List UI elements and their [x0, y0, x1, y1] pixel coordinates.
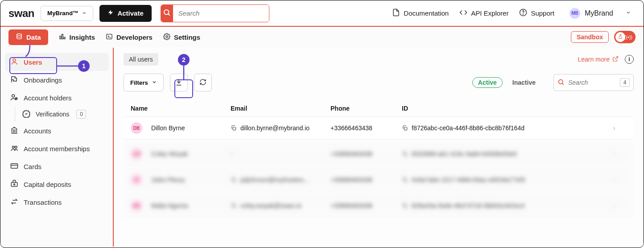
support-link[interactable]: Support: [519, 8, 554, 18]
terminal-icon: [106, 33, 113, 41]
brand-selector[interactable]: MyBrand™: [41, 6, 93, 21]
sidebar-item-label: Transactions: [24, 198, 62, 206]
cell-id: 828a43a-5ede-46cf-97c8-3b843c442ec4: [412, 202, 524, 209]
tab-developers-label: Developers: [116, 33, 153, 41]
svg-point-22: [559, 79, 563, 83]
global-search-button[interactable]: [161, 5, 173, 22]
table-header: Name Email Phone ID: [124, 100, 634, 116]
result-count: 4: [620, 78, 630, 87]
code-icon: [459, 8, 467, 18]
logo: swan: [8, 7, 34, 20]
filters-button[interactable]: Filters: [124, 74, 164, 91]
sidebar-item-accounts[interactable]: Accounts: [5, 122, 109, 140]
svg-point-4: [523, 14, 524, 14]
learn-more-link[interactable]: Learn more: [578, 56, 619, 63]
svg-line-23: [562, 83, 564, 85]
data-icon: [16, 33, 23, 41]
chevron-right-icon: ›: [613, 202, 627, 209]
verification-icon: [22, 110, 30, 119]
copy-icon[interactable]: [402, 151, 408, 157]
sidebar-item-label: Account memberships: [24, 145, 90, 153]
card-icon: [10, 162, 18, 171]
sidebar-item-label: Accounts: [24, 127, 51, 135]
table-row[interactable]: DB Dillon Byrne dillon.byrne@mybrand.io …: [124, 116, 634, 140]
filters-label: Filters: [130, 79, 148, 86]
environment-toggle[interactable]: ((•)): [614, 31, 636, 43]
svg-rect-29: [233, 205, 235, 207]
cell-id: 0c8a7abe-1517-4984-83ac-e9034a77ef3: [412, 176, 525, 183]
table-row[interactable]: CWColey Woyak - +33666463438 8320689-ab1…: [124, 142, 634, 165]
profile-menu[interactable]: MB MyBrand: [565, 6, 636, 21]
chevron-right-icon: ›: [613, 176, 627, 183]
cell-phone: +33666463438: [330, 202, 372, 209]
svg-rect-8: [64, 37, 65, 39]
svg-point-20: [14, 184, 15, 185]
svg-rect-19: [11, 182, 17, 186]
sidebar-item-label: Capital deposits: [24, 181, 71, 188]
table-search-input[interactable]: [568, 79, 609, 86]
copy-icon[interactable]: [231, 203, 237, 209]
sidebar-item-onboardings[interactable]: Onboardings: [5, 71, 109, 89]
chart-icon: [59, 33, 66, 41]
transfer-icon: [10, 198, 18, 207]
tab-insights[interactable]: Insights: [59, 33, 95, 41]
api-explorer-link[interactable]: API Explorer: [459, 8, 508, 18]
tab-settings[interactable]: Settings: [163, 33, 200, 41]
sidebar-item-cards[interactable]: Cards: [5, 157, 109, 175]
copy-icon[interactable]: [402, 177, 408, 183]
svg-point-13: [12, 95, 15, 97]
gear-icon: [163, 33, 170, 41]
table-row[interactable]: MNMalia Ngoma coley.woyak@swan.io +33666…: [124, 194, 634, 217]
flask-icon: [618, 33, 623, 41]
svg-point-11: [166, 36, 168, 37]
copy-icon[interactable]: [231, 177, 237, 183]
sidebar-item-users[interactable]: Users: [5, 53, 109, 71]
sidebar-item-label: Onboardings: [24, 76, 62, 84]
tab-developers[interactable]: Developers: [106, 33, 153, 41]
global-search-input[interactable]: [173, 5, 269, 22]
table-row[interactable]: JFJules Fleury juljohnson@myhosters... +…: [124, 168, 634, 191]
refresh-button[interactable]: [194, 74, 212, 91]
sidebar-item-verifications[interactable]: Verifications 0: [17, 107, 109, 122]
copy-icon[interactable]: [402, 203, 408, 209]
sandbox-badge: Sandbox: [571, 31, 609, 43]
document-icon: [392, 8, 400, 18]
all-users-chip[interactable]: All users: [124, 53, 158, 66]
svg-rect-25: [404, 127, 407, 130]
avatar: CW: [131, 148, 142, 160]
brand-selector-label: MyBrand™: [47, 10, 78, 17]
svg-line-2: [169, 14, 170, 15]
documentation-link[interactable]: Documentation: [392, 8, 449, 18]
svg-point-12: [13, 59, 16, 62]
column-email: Email: [231, 105, 330, 112]
sidebar-item-label: Cards: [24, 163, 41, 170]
cell-email: dillon.byrne@mybrand.io: [240, 124, 310, 132]
svg-rect-27: [233, 179, 235, 182]
chevron-right-icon: ›: [613, 124, 627, 132]
cell-name: Jules Fleury: [151, 176, 185, 183]
activate-button[interactable]: Activate: [99, 5, 151, 22]
table-search[interactable]: 4: [553, 74, 634, 91]
column-phone: Phone: [330, 105, 402, 112]
sidebar-item-capital-deposits[interactable]: Capital deposits: [5, 175, 109, 193]
svg-rect-17: [11, 163, 18, 168]
svg-rect-24: [233, 127, 235, 130]
info-icon[interactable]: i: [625, 55, 634, 64]
download-button[interactable]: [170, 74, 188, 91]
help-icon: [519, 8, 527, 18]
status-inactive[interactable]: Inactive: [507, 78, 541, 87]
account-holder-icon: [10, 93, 18, 103]
status-active[interactable]: Active: [472, 77, 503, 88]
sidebar-item-account-holders[interactable]: Account holders: [5, 89, 109, 107]
sidebar-item-memberships[interactable]: Account memberships: [5, 140, 109, 157]
sidebar-item-transactions[interactable]: Transactions: [5, 193, 109, 211]
copy-icon[interactable]: [231, 125, 237, 131]
cell-id: 8320689-ab1-416c-9a84-645d9e93e5: [412, 150, 517, 157]
chevron-down-icon: [152, 79, 157, 86]
copy-icon[interactable]: [402, 125, 408, 131]
learn-more-label: Learn more: [578, 56, 610, 63]
tab-data[interactable]: Data: [8, 29, 48, 45]
cell-name: Malia Ngoma: [151, 202, 188, 209]
chevron-down-icon: [626, 10, 631, 17]
refresh-icon: [199, 79, 206, 87]
